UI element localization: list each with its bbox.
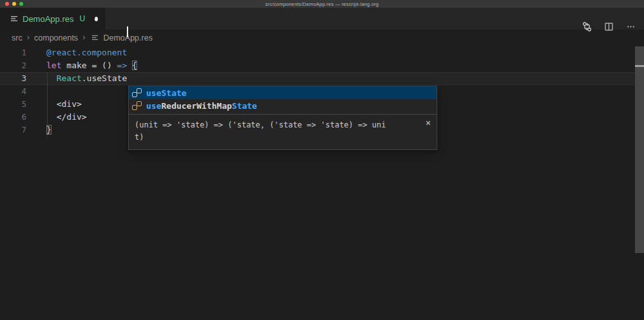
breadcrumb: src › components › DemoApp.res [0,30,631,46]
suggestion-label: useState [146,88,187,98]
line-number[interactable]: 4 [0,85,26,98]
breadcrumb-item-file[interactable]: DemoApp.res [103,33,152,42]
type-signature: (unit => 'state) => ('state, ('state => … [135,119,386,144]
breadcrumb-item-components[interactable]: components [34,33,78,42]
traffic-lights [5,2,23,6]
code-line: 3 React.useState [0,72,644,85]
line-number-active[interactable]: 3 [0,72,26,85]
suggestion-item-usereducerwithmapstate[interactable]: useReducerWithMapState [129,99,437,112]
autocomplete-widget: useState useReducerWithMapState (unit =>… [128,86,437,150]
tab-demoapp-res[interactable]: DemoApp.res U [0,8,105,30]
matched-bracket: { [132,61,137,70]
git-status-badge: U [79,14,85,23]
line-number[interactable]: 2 [0,59,26,72]
code-text[interactable]: let make = () => { [46,59,137,72]
suggestion-label: useReducerWithMapState [146,101,257,111]
window-title: src/components/DemoApp.res — rescript-la… [265,1,379,7]
suggestion-list: useState useReducerWithMapState [129,86,437,114]
window-titlebar: src/components/DemoApp.res — rescript-la… [0,0,644,8]
suggestion-item-usestate[interactable]: useState [129,86,437,99]
code-line: 2 let make = () => { [0,59,644,72]
line-number[interactable]: 5 [0,98,26,111]
breadcrumb-item-src[interactable]: src [12,33,23,42]
close-window-button[interactable] [5,2,9,6]
suggestion-details-panel: (unit => 'state) => ('state, ('state => … [129,114,437,149]
line-number[interactable]: 1 [0,46,26,59]
chevron-right-icon: › [82,33,85,42]
overview-ruler-cursor-mark [635,65,644,67]
line-number[interactable]: 7 [0,124,26,136]
tab-filename: DemoApp.res [23,14,73,24]
zoom-window-button[interactable] [19,2,23,6]
line-number[interactable]: 6 [0,111,26,124]
file-lines-icon [10,15,18,23]
minimize-window-button[interactable] [12,2,16,6]
code-text[interactable]: <div> [46,98,82,111]
matched-bracket: } [46,125,52,135]
code-line: 1 @react.component [0,46,644,59]
code-text[interactable]: } [46,124,52,136]
editor-tab-bar: DemoApp.res U [0,8,644,30]
code-text[interactable]: </div> [46,111,87,124]
chevron-right-icon: › [27,33,30,42]
text-cursor [127,26,128,37]
symbol-value-icon [132,88,142,97]
unsaved-changes-dot-icon[interactable] [95,17,98,21]
code-text[interactable]: @react.component [46,46,127,59]
code-text[interactable]: React.useState [46,72,127,85]
close-icon[interactable]: × [426,118,431,127]
editor-scrollbar[interactable] [635,46,644,253]
symbol-value-icon [132,101,142,110]
file-lines-icon [91,34,99,41]
